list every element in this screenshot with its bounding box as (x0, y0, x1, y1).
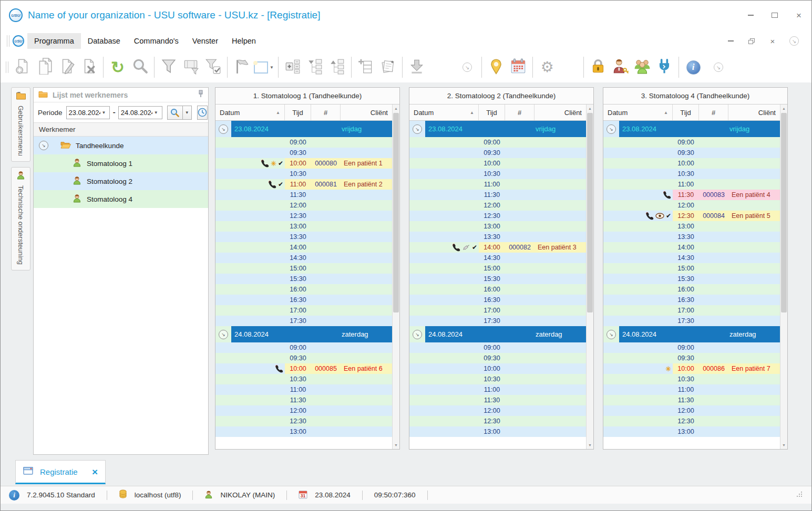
scroll-up-icon[interactable]: ▲ (393, 105, 399, 112)
time-row[interactable]: 10:30 (215, 374, 392, 384)
time-row[interactable]: 15:00 (409, 263, 586, 274)
time-row[interactable]: 10:30 (409, 374, 586, 384)
search-dropdown-button[interactable]: ▼ (183, 106, 192, 120)
scroll-thumb[interactable] (393, 113, 399, 312)
time-row[interactable]: 12:30 (409, 211, 586, 221)
mdi-close-icon[interactable]: × (768, 37, 777, 45)
toolbar-map-pin-button[interactable] (485, 55, 507, 79)
toolbar-filter-columns-button[interactable] (180, 55, 202, 79)
scroll-down-icon[interactable]: ▼ (780, 441, 787, 449)
appointment-client[interactable]: Een patiënt 7 (728, 363, 780, 374)
scroll-down-icon[interactable]: ▼ (587, 441, 593, 449)
time-row[interactable]: 11:00 (603, 384, 780, 395)
toolbar-flag-button[interactable] (231, 55, 253, 79)
time-row[interactable]: 10:30 (409, 169, 586, 179)
time-row[interactable]: 10:30 (215, 169, 392, 179)
toolbar-user-rights-button[interactable] (609, 55, 631, 79)
time-row[interactable]: 16:00 (215, 284, 392, 295)
time-row[interactable]: 11:30 (409, 395, 586, 405)
toolbar-image-style-button[interactable]: ▼ (253, 55, 275, 79)
time-row[interactable]: 14:00 (603, 242, 780, 253)
appointment-client[interactable]: Een patiënt 6 (341, 363, 392, 374)
toolbar-delete-document-button[interactable] (78, 55, 100, 79)
time-row[interactable]: 10:30 (603, 374, 780, 384)
time-row[interactable]: 10:00 (603, 158, 780, 169)
toolbar-edit-document-button[interactable] (56, 55, 78, 79)
appointment-row[interactable]: ✔ 12:30 000084 Een patiënt 5 (603, 211, 780, 221)
menu-item-venster[interactable]: Venster (186, 33, 225, 49)
time-row[interactable]: 13:00 (409, 221, 586, 232)
time-row[interactable]: 09:30 (215, 148, 392, 158)
toolbar-new-document-button[interactable] (12, 55, 34, 79)
header-nummer[interactable]: # (505, 105, 535, 120)
appointment-row[interactable]: 10:00 000085 Een patiënt 6 (215, 363, 392, 374)
mdi-restore-icon[interactable] (747, 37, 756, 45)
menu-item-helpen[interactable]: Helpen (225, 33, 263, 49)
toolbar-user-groups-button[interactable] (631, 55, 653, 79)
side-tab-gebruikersmenu[interactable]: Gebruikersmenu (11, 87, 30, 162)
toolbar-lock-button[interactable] (587, 55, 609, 79)
date-row[interactable]: ↘ 24.08.2024 zaterdag (409, 326, 586, 342)
collapse-group-icon[interactable]: ↘ (219, 124, 228, 134)
time-row[interactable]: 12:00 (409, 405, 586, 416)
time-row[interactable]: 13:30 (409, 232, 586, 242)
appointment-client[interactable]: Een patiënt 4 (728, 190, 780, 200)
scroll-thumb[interactable] (781, 113, 787, 312)
time-row[interactable]: 12:00 (215, 405, 392, 416)
close-icon[interactable]: × (795, 11, 803, 19)
appointment-client[interactable]: Een patiënt 5 (728, 211, 780, 221)
appointment-row[interactable]: ✳ 10:00 000086 Een patiënt 7 (603, 363, 780, 374)
header-datum[interactable]: Datum▲ (603, 105, 673, 120)
time-row[interactable]: 13:00 (409, 426, 586, 437)
time-row[interactable]: 11:30 (215, 190, 392, 200)
time-row[interactable]: 14:30 (409, 253, 586, 263)
tab-registratie[interactable]: Registratie × (15, 460, 106, 484)
appointment-client[interactable]: Een patiënt 1 (341, 158, 392, 169)
toolbar-tree-expand-button[interactable] (304, 55, 326, 79)
time-row[interactable]: 10:00 (409, 363, 586, 374)
time-row[interactable]: 10:30 (603, 169, 780, 179)
tree-item-stomatoloog-4[interactable]: Stomatoloog 4 (34, 190, 208, 208)
time-row[interactable]: 09:00 (603, 137, 780, 148)
time-row[interactable]: 09:00 (215, 342, 392, 353)
time-row[interactable]: 16:00 (409, 284, 586, 295)
header-tijd[interactable]: Tijd (673, 105, 699, 120)
chevron-down-icon[interactable]: ▼ (152, 110, 160, 115)
collapse-group-icon[interactable]: ↘ (607, 124, 616, 134)
time-row[interactable]: 09:30 (215, 353, 392, 363)
scrollbar[interactable]: ▲ ▼ (586, 105, 593, 449)
tree-item-tandheelkunde[interactable]: ↘ Tandheelkunde (34, 137, 208, 154)
time-row[interactable]: 14:30 (603, 253, 780, 263)
pin-icon[interactable] (198, 90, 204, 100)
menu-item-commandos[interactable]: Commando's (127, 33, 186, 49)
scroll-thumb[interactable] (587, 113, 593, 312)
time-row[interactable]: 09:30 (603, 353, 780, 363)
appointment-number[interactable]: 000083 (699, 190, 728, 200)
time-row[interactable]: 13:30 (603, 232, 780, 242)
time-row[interactable]: 17:00 (409, 305, 586, 316)
header-nummer[interactable]: # (311, 105, 341, 120)
toolbar-refresh-button[interactable]: ↻ (107, 55, 129, 79)
collapse-group-icon[interactable]: ↘ (607, 330, 616, 339)
time-row[interactable]: 15:00 (603, 263, 780, 274)
maximize-icon[interactable] (770, 11, 779, 19)
time-row[interactable]: 12:30 (215, 416, 392, 426)
toolbar-filter-button[interactable] (158, 55, 180, 79)
time-row[interactable]: 16:30 (215, 295, 392, 305)
time-row[interactable]: 11:30 (603, 395, 780, 405)
appointment-row[interactable]: 11:30 000083 Een patiënt 4 (603, 190, 780, 200)
appointment-number[interactable]: 000080 (311, 158, 341, 169)
time-row[interactable]: 12:00 (215, 200, 392, 211)
header-client[interactable]: Cliënt (535, 105, 586, 120)
time-row[interactable]: 14:30 (215, 253, 392, 263)
toolbar-settings-button[interactable]: ⚙ (536, 55, 558, 79)
time-row[interactable]: 13:00 (215, 426, 392, 437)
time-row[interactable]: 11:00 (409, 384, 586, 395)
toolbar-documents-button[interactable] (377, 55, 399, 79)
toolbar-search-button[interactable] (129, 55, 151, 79)
date-row[interactable]: ↘ 23.08.2024 vrijdag (409, 121, 586, 137)
time-row[interactable]: 12:00 (409, 200, 586, 211)
appointment-time[interactable]: 10:00 (285, 158, 311, 169)
toolbar-plugin-button[interactable] (653, 55, 675, 79)
collapse-group-icon[interactable]: ↘ (219, 330, 228, 339)
